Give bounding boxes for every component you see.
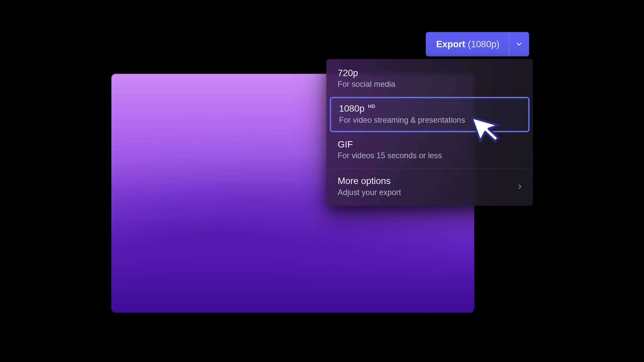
export-option-title: 720p: [338, 68, 358, 78]
export-button-label: Export: [436, 39, 465, 49]
export-option-1080p[interactable]: 1080p HD For video streaming & presentat…: [330, 97, 529, 132]
export-option-sub: For videos 15 seconds or less: [338, 152, 522, 161]
export-more-options[interactable]: More options Adjust your export: [326, 170, 533, 206]
hd-badge: HD: [368, 104, 375, 109]
export-button-group: Export (1080p): [426, 32, 529, 56]
more-options-title: More options: [338, 176, 391, 186]
export-button-resolution: (1080p): [468, 39, 499, 49]
export-option-title: GIF: [338, 139, 353, 149]
export-dropdown-toggle[interactable]: [509, 32, 529, 56]
menu-separator: [326, 168, 533, 169]
export-option-title: 1080p: [339, 104, 365, 114]
chevron-right-icon: [517, 183, 524, 190]
export-dropdown-menu: 720p For social media 1080p HD For video…: [326, 59, 533, 206]
chevron-down-icon: [515, 40, 523, 48]
export-option-sub: For video streaming & presentations: [339, 116, 521, 125]
more-options-sub: Adjust your export: [338, 188, 401, 197]
export-button[interactable]: Export (1080p): [426, 32, 509, 56]
export-option-gif[interactable]: GIF For videos 15 seconds or less: [326, 133, 533, 168]
export-option-sub: For social media: [338, 80, 522, 89]
export-option-720p[interactable]: 720p For social media: [326, 62, 533, 96]
